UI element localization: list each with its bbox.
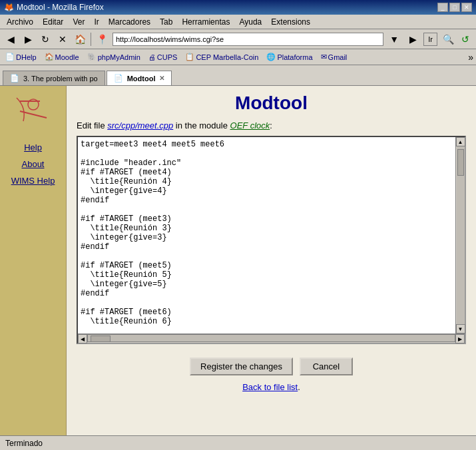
forward-button[interactable]: ▶ xyxy=(20,31,36,47)
edit-middle: in the module xyxy=(173,120,230,130)
bookmark-cep[interactable]: 📋 CEP Marbella-Coin xyxy=(182,52,261,62)
tab-icon-2: 📄 xyxy=(114,74,123,83)
sidebar-link-wimshelp[interactable]: WIMS Help xyxy=(11,176,55,186)
url-input[interactable] xyxy=(113,33,383,46)
back-link-area: Back to file list. xyxy=(77,382,466,399)
titlebar-left: 🦊 Modtool - Mozilla Firefox xyxy=(4,3,104,12)
sidebar-logo xyxy=(10,93,57,129)
tabs-bar: 📄 3. The problem with po 📄 Modtool ✕ xyxy=(0,65,476,85)
bookmark-cups[interactable]: 🖨 CUPS xyxy=(146,53,180,62)
location-icon: 📍 xyxy=(94,31,110,47)
search-icon[interactable]: 🔍 xyxy=(440,31,456,47)
refresh-icon2[interactable]: ↺ xyxy=(457,31,473,47)
tab-problem[interactable]: 📄 3. The problem with po xyxy=(3,71,105,85)
cep-icon: 📋 xyxy=(185,53,194,61)
dropdown-arrow[interactable]: ▼ xyxy=(386,31,402,47)
close-button[interactable]: ✕ xyxy=(461,3,472,12)
code-editor-box: target=meet3 meet4 meet5 meet6 #include … xyxy=(77,136,466,344)
cancel-button[interactable]: Cancel xyxy=(300,357,353,375)
bookmark-dhelp[interactable]: 📄 DHelp xyxy=(3,52,39,62)
cups-icon: 🖨 xyxy=(148,53,156,61)
menu-marcadores[interactable]: Marcadores xyxy=(105,17,154,27)
titlebar-controls: _ □ ✕ xyxy=(437,3,472,12)
bookmark-gmail[interactable]: ✉ Gmail xyxy=(318,52,350,62)
h-scroll-track[interactable] xyxy=(87,334,455,342)
menu-ver[interactable]: Ver xyxy=(69,17,89,27)
menubar: Archivo Editar Ver Ir Marcadores Tab Her… xyxy=(0,15,476,29)
sidebar-link-about[interactable]: About xyxy=(22,159,45,169)
home-button[interactable]: 🏠 xyxy=(72,31,88,47)
sidebar-link-help[interactable]: Help xyxy=(24,142,42,152)
moodle-icon: 🏠 xyxy=(45,53,54,61)
scroll-right-arrow[interactable]: ▶ xyxy=(455,334,465,343)
menu-herramientas[interactable]: Herramientas xyxy=(178,17,234,27)
register-button[interactable]: Register the changes xyxy=(190,357,293,375)
buttons-area: Register the changes Cancel xyxy=(77,347,466,382)
file-link[interactable]: src/cpp/meet.cpp xyxy=(107,120,173,130)
menu-editar[interactable]: Editar xyxy=(39,17,67,27)
gmail-icon: ✉ xyxy=(321,53,327,61)
menu-archivo[interactable]: Archivo xyxy=(3,17,37,27)
maximize-button[interactable]: □ xyxy=(449,3,460,12)
page-title: Modtool xyxy=(77,93,466,114)
phpmyadmin-icon: 🐘 xyxy=(87,53,97,61)
back-button[interactable]: ◀ xyxy=(3,31,19,47)
edit-prefix: Edit file xyxy=(77,120,107,130)
titlebar: 🦊 Modtool - Mozilla Firefox _ □ ✕ xyxy=(0,0,476,15)
dhelp-icon: 📄 xyxy=(5,53,15,61)
code-editor-inner: target=meet3 meet4 meet5 meet6 #include … xyxy=(78,137,465,334)
statusbar-text: Terminado xyxy=(5,439,43,448)
browser-content: Help About WIMS Help Modtool Edit file s… xyxy=(0,85,476,435)
main-content: Modtool Edit file src/cpp/meet.cpp in th… xyxy=(67,86,476,435)
browser-icon: 🦊 xyxy=(4,3,14,12)
tab-close-button[interactable]: ✕ xyxy=(159,75,164,82)
menu-tab[interactable]: Tab xyxy=(156,17,176,27)
menu-ayuda[interactable]: Ayuda xyxy=(235,17,266,27)
edit-info: Edit file src/cpp/meet.cpp in the module… xyxy=(77,120,466,130)
bookmark-moodle[interactable]: 🏠 Moodle xyxy=(42,52,82,62)
edit-suffix: : xyxy=(270,120,272,130)
scroll-down-arrow[interactable]: ▼ xyxy=(456,324,465,334)
statusbar: Terminado xyxy=(0,435,476,450)
bookmarks-more[interactable]: » xyxy=(468,52,473,63)
horizontal-scrollbar: ◀ ▶ xyxy=(78,334,465,343)
sidebar: Help About WIMS Help xyxy=(0,86,67,435)
reload-button[interactable]: ↻ xyxy=(37,31,53,47)
back-to-file-link[interactable]: Back to file list xyxy=(242,382,298,392)
toolbar-separator xyxy=(91,33,91,46)
scroll-up-arrow[interactable]: ▲ xyxy=(456,137,465,146)
vertical-scrollbar: ▲ ▼ xyxy=(455,137,465,334)
url-bar: 📍 ▼ ▶ Ir 🔍 xyxy=(94,31,456,47)
stop-button[interactable]: ✕ xyxy=(55,31,71,47)
tab-modtool[interactable]: 📄 Modtool ✕ xyxy=(107,71,172,85)
plataforma-icon: 🌐 xyxy=(266,53,276,61)
back-suffix: . xyxy=(298,382,300,392)
module-link[interactable]: OEF clock xyxy=(230,120,270,130)
scroll-left-arrow[interactable]: ◀ xyxy=(78,334,87,343)
bookmark-phpmyadmin[interactable]: 🐘 phpMyAdmin xyxy=(85,52,143,62)
titlebar-title: Modtool - Mozilla Firefox xyxy=(17,3,104,12)
minimize-button[interactable]: _ xyxy=(437,3,448,12)
go-forward-icon[interactable]: ▶ xyxy=(405,31,421,47)
go-button[interactable]: Ir xyxy=(423,33,437,46)
bookmark-plataforma[interactable]: 🌐 Plataforma xyxy=(264,52,315,62)
scroll-thumb[interactable] xyxy=(457,149,464,176)
scroll-track[interactable] xyxy=(457,146,465,324)
tab-icon-1: 📄 xyxy=(10,74,19,83)
code-textarea[interactable]: target=meet3 meet4 meet5 meet6 #include … xyxy=(78,137,455,334)
toolbar: ◀ ▶ ↻ ✕ 🏠 📍 ▼ ▶ Ir 🔍 ↺ xyxy=(0,29,476,49)
h-scroll-thumb[interactable] xyxy=(91,336,111,342)
bookmarks-bar: 📄 DHelp 🏠 Moodle 🐘 phpMyAdmin 🖨 CUPS 📋 C… xyxy=(0,49,476,65)
menu-ir[interactable]: Ir xyxy=(90,17,103,27)
menu-extensions[interactable]: Extensions xyxy=(267,17,314,27)
